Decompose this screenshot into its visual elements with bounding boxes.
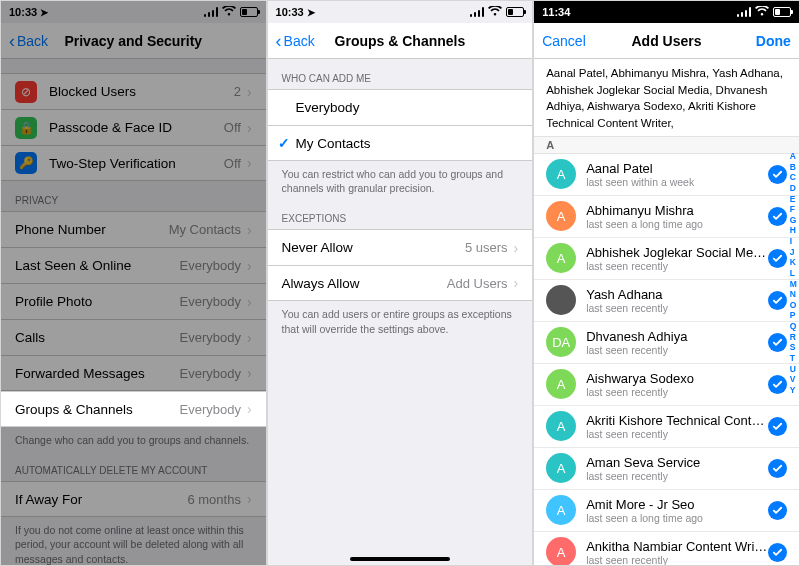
index-letter[interactable]: J xyxy=(790,247,797,258)
contact-status: last seen recently xyxy=(586,470,768,482)
contact-row[interactable]: Yash Adhana last seen recently xyxy=(534,280,799,322)
contact-status: last seen recently xyxy=(586,554,768,566)
contact-row[interactable]: A Abhimanyu Mishra last seen a long time… xyxy=(534,196,799,238)
alphabet-index[interactable]: ABCDEFGHIJKLMNOPQRSTUVY xyxy=(790,151,797,395)
page-title: Groups & Channels xyxy=(276,33,525,49)
contact-row[interactable]: A Akriti Kishore Technical Conten… last … xyxy=(534,406,799,448)
exception-row[interactable]: Never Allow 5 users › xyxy=(268,229,533,265)
status-time: 11:34 xyxy=(542,6,570,18)
section-header-privacy: Privacy xyxy=(1,181,266,211)
nav-bar: ‹Back Groups & Channels xyxy=(268,23,533,59)
index-letter[interactable]: N xyxy=(790,289,797,300)
status-bar: 10:33 ➤ xyxy=(268,1,533,23)
selected-checkmark-icon xyxy=(768,375,787,394)
who-can-add-footer: You can restrict who can add you to grou… xyxy=(268,161,533,199)
index-letter[interactable]: A xyxy=(790,151,797,162)
contacts-list[interactable]: A Aanal Patel last seen within a week A … xyxy=(534,154,799,566)
wifi-icon xyxy=(488,6,502,19)
privacy-row[interactable]: Last Seen & Online Everybody › xyxy=(1,247,266,283)
contact-status: last seen a long time ago xyxy=(586,218,768,230)
contact-row[interactable]: DA Dhvanesh Adhiya last seen recently xyxy=(534,322,799,364)
contact-status: last seen recently xyxy=(586,260,768,272)
contact-name: Ankitha Nambiar Content Writer xyxy=(586,539,768,554)
done-button[interactable]: Done xyxy=(736,33,791,49)
selected-checkmark-icon xyxy=(768,291,787,310)
index-letter[interactable]: D xyxy=(790,183,797,194)
privacy-row[interactable]: Forwarded Messages Everybody › xyxy=(1,355,266,391)
selected-checkmark-icon xyxy=(768,165,787,184)
chevron-right-icon: › xyxy=(247,123,252,133)
index-letter[interactable]: F xyxy=(790,204,797,215)
chevron-right-icon: › xyxy=(514,278,519,288)
index-letter[interactable]: U xyxy=(790,364,797,375)
selected-users-field[interactable]: Aanal Patel, Abhimanyu Mishra, Yash Adha… xyxy=(534,59,799,137)
status-bar: 10:33 ➤ xyxy=(1,1,266,23)
index-letter[interactable]: C xyxy=(790,172,797,183)
index-letter[interactable]: E xyxy=(790,194,797,205)
contact-row[interactable]: A Abhishek Joglekar Social Media last se… xyxy=(534,238,799,280)
privacy-row[interactable]: Phone Number My Contacts › xyxy=(1,211,266,247)
who-can-add-option[interactable]: ✓ My Contacts xyxy=(268,125,533,161)
settings-row[interactable]: ⊘ Blocked Users 2 › xyxy=(1,73,266,109)
privacy-row[interactable]: Profile Photo Everybody › xyxy=(1,283,266,319)
index-letter[interactable]: Q xyxy=(790,321,797,332)
index-letter[interactable]: S xyxy=(790,342,797,353)
index-letter[interactable]: L xyxy=(790,268,797,279)
index-letter[interactable]: K xyxy=(790,257,797,268)
index-letter[interactable]: I xyxy=(790,236,797,247)
index-letter[interactable]: M xyxy=(790,279,797,290)
index-letter[interactable]: V xyxy=(790,374,797,385)
exception-row[interactable]: Always Allow Add Users › xyxy=(268,265,533,301)
battery-icon xyxy=(773,7,791,17)
privacy-security-screen: 10:33 ➤ ‹Back Privacy and Security ⊘ Blo… xyxy=(0,0,267,566)
groups-channels-screen: 10:33 ➤ ‹Back Groups & Channels Who can … xyxy=(267,0,534,566)
chevron-right-icon: › xyxy=(514,243,519,253)
avatar: A xyxy=(546,243,576,273)
chevron-right-icon: › xyxy=(247,87,252,97)
avatar: A xyxy=(546,201,576,231)
section-header-who-can-add: Who can add me xyxy=(268,59,533,89)
contact-row[interactable]: A Aanal Patel last seen within a week xyxy=(534,154,799,196)
if-away-for-row[interactable]: If Away For 6 months › xyxy=(1,481,266,517)
index-letter[interactable]: G xyxy=(790,215,797,226)
settings-row[interactable]: 🔒 Passcode & Face ID Off › xyxy=(1,109,266,145)
index-letter[interactable]: R xyxy=(790,332,797,343)
index-letter[interactable]: P xyxy=(790,310,797,321)
contact-row[interactable]: A Aishwarya Sodexo last seen recently xyxy=(534,364,799,406)
selected-checkmark-icon xyxy=(768,501,787,520)
contact-name: Abhimanyu Mishra xyxy=(586,203,768,218)
index-letter[interactable]: T xyxy=(790,353,797,364)
chevron-right-icon: › xyxy=(247,333,252,343)
privacy-row[interactable]: Calls Everybody › xyxy=(1,319,266,355)
section-index-letter: A xyxy=(534,137,799,154)
chevron-right-icon: › xyxy=(247,494,252,504)
contact-row[interactable]: A Amit More - Jr Seo last seen a long ti… xyxy=(534,490,799,532)
contact-row[interactable]: A Ankitha Nambiar Content Writer last se… xyxy=(534,532,799,566)
avatar xyxy=(546,285,576,315)
avatar: A xyxy=(546,453,576,483)
section-header-auto-delete: Automatically delete my account xyxy=(1,451,266,481)
privacy-settings-group: Phone Number My Contacts ›Last Seen & On… xyxy=(1,211,266,391)
contact-name: Dhvanesh Adhiya xyxy=(586,329,768,344)
index-letter[interactable]: O xyxy=(790,300,797,311)
groups-channels-footer: Change who can add you to groups and cha… xyxy=(1,427,266,451)
page-title: Add Users xyxy=(631,33,701,49)
selected-checkmark-icon xyxy=(768,333,787,352)
index-letter[interactable]: B xyxy=(790,162,797,173)
contact-name: Abhishek Joglekar Social Media xyxy=(586,245,768,260)
groups-channels-row[interactable]: Groups & Channels Everybody › xyxy=(1,391,266,427)
index-letter[interactable]: H xyxy=(790,225,797,236)
avatar: A xyxy=(546,369,576,399)
settings-row[interactable]: 🔑 Two-Step Verification Off › xyxy=(1,145,266,181)
contact-name: Akriti Kishore Technical Conten… xyxy=(586,413,768,428)
chevron-right-icon: › xyxy=(247,368,252,378)
who-can-add-option[interactable]: Everybody xyxy=(268,89,533,125)
contact-row[interactable]: A Aman Seva Service last seen recently xyxy=(534,448,799,490)
avatar: A xyxy=(546,159,576,189)
cancel-button[interactable]: Cancel xyxy=(542,33,597,49)
contact-name: Amit More - Jr Seo xyxy=(586,497,768,512)
home-indicator[interactable] xyxy=(350,557,450,561)
avatar: DA xyxy=(546,327,576,357)
selected-checkmark-icon xyxy=(768,417,787,436)
index-letter[interactable]: Y xyxy=(790,385,797,396)
